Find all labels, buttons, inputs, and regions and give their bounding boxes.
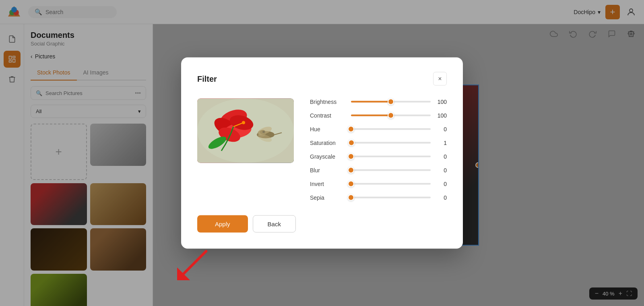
filter-row-blur: Blur 0 xyxy=(310,167,447,174)
filter-value-contrast: 100 xyxy=(436,112,447,119)
slider-wrap-contrast xyxy=(351,115,431,116)
slider-contrast[interactable] xyxy=(351,115,431,116)
slider-grayscale[interactable] xyxy=(351,156,431,157)
filter-value-invert: 0 xyxy=(436,181,447,187)
filter-value-brightness: 100 xyxy=(436,99,447,105)
filter-modal: Filter × xyxy=(181,58,463,249)
filter-value-grayscale: 0 xyxy=(436,153,447,160)
filter-row-contrast: Contrast 100 xyxy=(310,112,447,119)
slider-wrap-hue xyxy=(351,128,431,130)
modal-header: Filter × xyxy=(197,72,447,86)
filter-value-sepia: 0 xyxy=(436,194,447,201)
apply-button[interactable]: Apply xyxy=(197,215,248,233)
slider-wrap-sepia xyxy=(351,197,431,198)
filter-label-grayscale: Grayscale xyxy=(310,153,346,160)
modal-preview xyxy=(197,99,294,201)
slider-saturation[interactable] xyxy=(351,142,431,144)
slider-blur[interactable] xyxy=(351,170,431,171)
modal-close-button[interactable]: × xyxy=(433,72,447,86)
filter-label-hue: Hue xyxy=(310,126,346,132)
filter-label-saturation: Saturation xyxy=(310,140,346,146)
preview-image xyxy=(197,99,294,163)
svg-point-18 xyxy=(242,121,245,124)
slider-wrap-brightness xyxy=(351,101,431,103)
slider-wrap-invert xyxy=(351,183,431,185)
filter-label-brightness: Brightness xyxy=(310,99,346,105)
back-button[interactable]: Back xyxy=(253,215,296,233)
filter-value-saturation: 1 xyxy=(436,140,447,146)
modal-footer: Apply Back xyxy=(197,215,447,233)
slider-hue[interactable] xyxy=(351,128,431,130)
modal-body: Brightness 100 Contrast xyxy=(197,99,447,201)
filter-label-contrast: Contrast xyxy=(310,112,346,119)
modal-controls: Brightness 100 Contrast xyxy=(310,99,447,201)
filter-row-brightness: Brightness 100 xyxy=(310,99,447,105)
slider-sepia[interactable] xyxy=(351,197,431,198)
filter-row-grayscale: Grayscale 0 xyxy=(310,153,447,160)
filter-label-sepia: Sepia xyxy=(310,194,346,201)
slider-invert[interactable] xyxy=(351,183,431,185)
filter-row-invert: Invert 0 xyxy=(310,181,447,187)
slider-wrap-blur xyxy=(351,170,431,171)
slider-wrap-grayscale xyxy=(351,156,431,157)
filter-label-invert: Invert xyxy=(310,181,346,187)
slider-wrap-saturation xyxy=(351,142,431,144)
filter-row-hue: Hue 0 xyxy=(310,126,447,132)
slider-brightness[interactable] xyxy=(351,101,431,103)
modal-title: Filter xyxy=(197,74,217,83)
filter-value-hue: 0 xyxy=(436,126,447,132)
filter-label-blur: Blur xyxy=(310,167,346,174)
filter-row-saturation: Saturation 1 xyxy=(310,140,447,146)
filter-row-sepia: Sepia 0 xyxy=(310,194,447,201)
filter-value-blur: 0 xyxy=(436,167,447,174)
